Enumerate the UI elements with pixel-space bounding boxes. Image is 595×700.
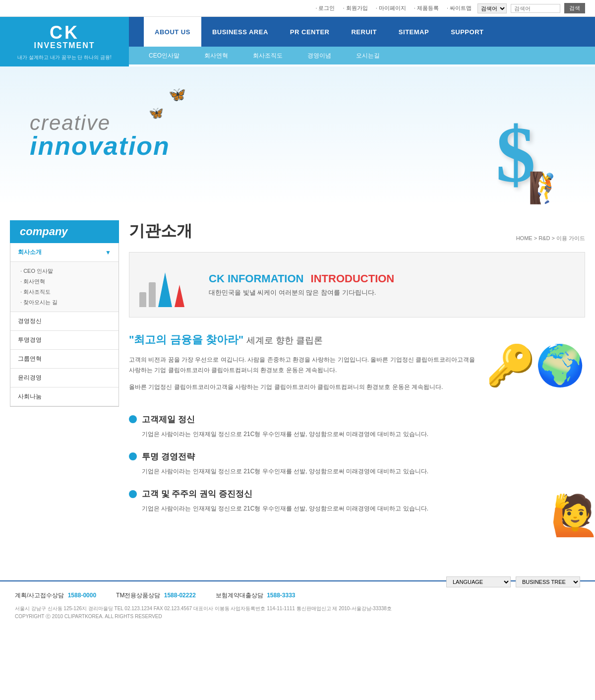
main-nav: ABOUT US BUSINESS AREA PR CENTER RERUIT … [129,17,595,47]
bullet-desc-1: 기업은 사람이라는 인재제일 정신으로 21C형 우수인재를 선발, 양성함으로… [129,429,585,439]
nav-item-sitemap[interactable]: SITEMAP [388,17,440,47]
logo-investment: INVESTMENT [34,41,95,50]
header: CK INVESTMENT 내가 설계하고 내가 꿈꾸는 단 하나의 금융! A… [0,17,595,66]
sidebar-item-ethics[interactable]: 윤리경영 [10,369,119,387]
info-box-subtitle: 대한민국을 빛낼 씨케이 여러분의 많은 참여를 기다립니다. [209,288,394,297]
bullet-title-3: 고객 및 주주의 권익 증진정신 [129,488,585,500]
main-text-left: "최고의 금융을 찾아라" 세계로 향한 클립론 고객의 비전과 꿈을 가장 우… [129,332,476,399]
info-chart [139,262,199,307]
subnav-ceo[interactable]: CEO인사말 [144,52,184,60]
sidebar-item-group-history[interactable]: 그룹연혁 [10,350,119,369]
sidebar-item-social[interactable]: 사회나눔 [10,387,119,406]
main-heading: "최고의 금융을 찾아라" 세계로 향한 클립론 [129,332,476,348]
chart-arrow-red [175,285,184,307]
bullet-item-3: 고객 및 주주의 권익 증진정신 기업은 사람이라는 인재제일 정신으로 21C… [129,488,585,513]
butterfly-1-icon: 🦋 [169,86,186,103]
nav-item-pr-center[interactable]: PR CENTER [279,17,341,47]
chevron-down-icon: ▼ [105,249,111,256]
bullet-title-2: 투명 경영전략 [129,451,585,462]
sidebar: company 회사소개 ▼ CEO 인사말 회사연혁 회사조직도 찾아오시는 … [10,220,119,526]
hero-innovation: innovation [30,131,170,161]
subnav-management[interactable]: 경영이념 [302,52,336,60]
nav-item-reruit[interactable]: RERUIT [340,17,387,47]
submenu-ceo[interactable]: CEO 인사말 [20,266,109,276]
topbar-link-sitemap[interactable]: · 싸이트맵 [447,4,472,12]
chart-bar-2 [149,282,156,307]
hero-section: creative innovation 🦋 🦋 $ 🧗 [0,66,595,205]
language-select[interactable]: LANGUAGE [446,576,511,587]
bullet-desc-2: 기업은 사람이라는 인재제일 정신으로 21C형 우수인재를 선발, 양성함으로… [129,466,585,476]
bullet-title-1: 고객제일 정신 [129,414,585,425]
nav-item-support[interactable]: SUPPORT [440,17,494,47]
subnav-directions[interactable]: 오시는길 [351,52,385,60]
sidebar-item-transparent[interactable]: 투명경영 [10,331,119,350]
main-body-text-2: 올바른 기업정신 클립아트코리아고객을 사랑하는 기업 클립아트코리아 클립아트… [129,382,476,393]
topbar-link-product[interactable]: · 제품등록 [414,4,439,12]
topbar-language-select[interactable]: 검색어 [477,3,507,13]
logo-ck: CK [50,22,79,43]
bullet-sections: 고객제일 정신 기업은 사람이라는 인재제일 정신으로 21C형 우수인재를 선… [129,414,585,514]
main-body-text-1: 고객의 비전과 꿈을 가장 우선으로 여깁니다. 사람을 존중하고 환경을 사랑… [129,355,476,376]
topbar-link-mypage[interactable]: · 마이페이지 [376,4,406,12]
nav-area: ABOUT US BUSINESS AREA PR CENTER RERUIT … [129,17,595,66]
sidebar-item-company-intro[interactable]: 회사소개 ▼ [10,243,119,262]
main-content: company 회사소개 ▼ CEO 인사말 회사연혁 회사조직도 찾아오시는 … [0,205,595,541]
footer-contacts: 계획/사고접수상담 1588-0000 TM전용상품상담 1588-02222 … [15,591,392,600]
person-ladder-icon: 🧗 [528,170,565,205]
bullet-desc-3: 기업은 사람이라는 인재제일 정신으로 21C형 우수인재를 선발, 양성함으로… [129,504,585,513]
content-area: 기관소개 HOME > R&D > 이용 가이드 CK INFORMATION … [129,220,585,526]
hero-text: creative innovation [30,111,170,161]
page-title-section: 기관소개 HOME > R&D > 이용 가이드 [129,220,585,242]
breadcrumb: HOME > R&D > 이용 가이드 [516,235,585,242]
footer-contact-2: TM전용상품상담 1588-02222 [116,591,196,600]
sidebar-menu: 회사소개 ▼ CEO 인사말 회사연혁 회사조직도 찾아오시는 길 경영정신 투… [10,243,119,407]
bullet-item-1: 고객제일 정신 기업은 사람이라는 인재제일 정신으로 21C형 우수인재를 선… [129,414,585,439]
bullet-dot-1 [129,415,137,423]
submenu-org[interactable]: 회사조직도 [20,287,109,297]
chart-arrow-blue [158,272,172,307]
sidebar-item-management-spirit[interactable]: 경영정신 [10,312,119,331]
topbar-search-button[interactable]: 검색 [564,3,585,13]
top-bar: · 로그인 · 회원가입 · 마이페이지 · 제품등록 · 싸이트맵 검색어 검… [0,0,595,17]
info-box-text: CK INFORMATION INTRODUCTION 대한민국을 빛낼 씨케이… [209,272,394,297]
chart-bar-1 [139,292,146,307]
submenu-history[interactable]: 회사연혁 [20,276,109,287]
subnav-history[interactable]: 회사연혁 [199,52,233,60]
footer: 계획/사고접수상담 1588-0000 TM전용상품상담 1588-02222 … [0,580,595,631]
logo-area: CK INVESTMENT 내가 설계하고 내가 꿈꾸는 단 하나의 금융! [0,17,129,66]
footer-contact-3: 보험계약대출상담 1588-3333 [216,591,296,600]
footer-contact-1: 계획/사고접수상담 1588-0000 [15,591,96,600]
page-title: 기관소개 [129,220,192,242]
topbar-link-join[interactable]: · 회원가입 [343,4,368,12]
main-text-section: "최고의 금융을 찾아라" 세계로 향한 클립론 고객의 비전과 꿈을 가장 우… [129,332,585,399]
nav-item-business-area[interactable]: BUSINESS AREA [201,17,279,47]
logo-slogan: 내가 설계하고 내가 꿈꾸는 단 하나의 금융! [17,54,111,61]
topbar-link-login[interactable]: · 로그인 [315,4,335,12]
bullet-dot-3 [129,490,137,498]
submenu-directions[interactable]: 찾아오시는 길 [20,297,109,308]
footer-address: 서울시 강남구 신사동 125-126지 경리마을딩 TEL 02.123.12… [15,605,392,621]
footer-selects: LANGUAGE BUSINESS TREE [446,576,580,587]
subnav-org[interactable]: 회사조직도 [248,52,288,60]
jumping-person-icon: 🙋 [550,492,595,539]
sub-nav: CEO인사말 회사연혁 회사조직도 경영이념 오시는길 [129,47,595,64]
bullet-dot-2 [129,452,137,460]
info-box-title: CK INFORMATION INTRODUCTION [209,272,394,285]
business-tree-select[interactable]: BUSINESS TREE [516,576,580,587]
topbar-search-input[interactable] [511,4,560,13]
sidebar-title: company [10,220,119,243]
nav-item-about-us[interactable]: ABOUT US [144,17,201,47]
sidebar-submenu-company: CEO 인사말 회사연혁 회사조직도 찾아오시는 길 [10,262,119,312]
globe-key-decoration: 🔑🌍 [486,332,585,399]
bullet-item-2: 투명 경영전략 기업은 사람이라는 인재제일 정신으로 21C형 우수인재를 선… [129,451,585,476]
info-box: CK INFORMATION INTRODUCTION 대한민국을 빛낼 씨케이… [129,252,585,318]
